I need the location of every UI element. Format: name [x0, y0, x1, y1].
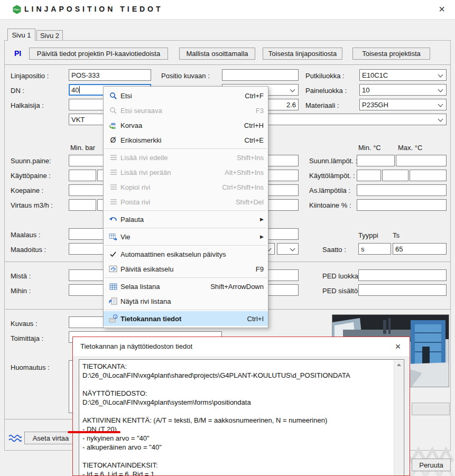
- ped-luokka-field[interactable]: [358, 269, 447, 281]
- mallista-osoittamalla-button[interactable]: Mallista osoittamalla: [179, 48, 255, 60]
- menu-item-palauta[interactable]: Palauta ▶: [104, 212, 268, 227]
- materiaali-select[interactable]: P235GH: [359, 99, 447, 110]
- linjapositio-label: Linjapositio :: [11, 72, 49, 80]
- plant-icon: Plant: [12, 5, 22, 16]
- kayttolampot-field-3[interactable]: [410, 170, 447, 181]
- ped-luokka-label: PED luokka :: [322, 272, 362, 280]
- maadoitus-select-2[interactable]: [277, 243, 299, 255]
- koepaine-label: Koepaine :: [11, 186, 43, 194]
- info-line: - Id = 6, Lid = 6, Rid = 1: [82, 470, 391, 476]
- kiintoaine-label: Kiintoaine % :: [309, 201, 351, 209]
- menu-item-paivita-esikatselu[interactable]: Päivitä esikatselu F9: [104, 262, 268, 276]
- kayttopaine-label: Käyttöpaine :: [11, 172, 51, 180]
- menu-item-poista-rivi: Poista rivi Shift+Del: [104, 194, 268, 209]
- menu-separator: [105, 228, 267, 228]
- info-line: TIETOKANTA:: [82, 362, 391, 371]
- tab-sivu-2[interactable]: Sivu 2: [36, 30, 63, 41]
- replace-icon: abac: [106, 122, 120, 129]
- refresh-preview-icon: [106, 265, 120, 273]
- virtaus-label: Virtaus m3/h :: [11, 201, 53, 209]
- menu-item-nayta-rivi-listana[interactable]: Näytä rivi listana: [104, 294, 268, 309]
- suunn-paine-label: Suunn.paine:: [11, 157, 51, 165]
- suunn-lampot-min-field[interactable]: [357, 155, 395, 166]
- row-list-icon: [106, 297, 120, 305]
- submenu-arrow-icon: ▶: [260, 234, 264, 239]
- dialog-title: Tietokannan ja näyttötiedoston tiedot: [80, 342, 192, 350]
- separator: [5, 419, 72, 419]
- info-text-area: TIETOKANTA: D:\26_0\Local\FIN\vxg4plant\…: [79, 359, 404, 476]
- info-line: D:\26_0\Local\FIN\vxg4plant\system\forms…: [82, 398, 391, 407]
- kayttolampot-field-2[interactable]: [382, 170, 408, 181]
- info-line-active-field: - DN (T 20): [82, 425, 391, 434]
- info-text-lines: TIETOKANTA: D:\26_0\Local\FIN\vxg4plant\…: [82, 362, 391, 476]
- find-next-icon: [106, 107, 120, 115]
- menu-item-selaa-listana[interactable]: Selaa listana Shift+ArrowDown: [104, 279, 268, 294]
- menu-item-lisaa-rivi-edelle: Lisää rivi edelle Shift+Ins: [104, 150, 268, 165]
- context-menu: Etsi Ctrl+F Etsi seuraava F3 abac Korvaa…: [103, 86, 268, 328]
- suunn-lampot-label: Suunn.lämpöt. :: [309, 157, 357, 165]
- info-line: [82, 452, 391, 461]
- huomautus-label: Huomautus :: [11, 363, 50, 371]
- menu-item-erikoismerkki[interactable]: Ø Erikoismerkki Ctrl+E: [104, 133, 268, 147]
- paineluokka-select[interactable]: 10: [359, 84, 447, 96]
- scrollbar[interactable]: [394, 360, 403, 475]
- menu-separator: [105, 148, 267, 149]
- materiaali-label: Materiaali :: [305, 101, 339, 109]
- menu-item-etsi[interactable]: Etsi Ctrl+F: [104, 88, 268, 103]
- menu-item-tietokannan-tiedot[interactable]: 1 Tietokannan tiedot Ctrl+I: [104, 311, 268, 326]
- menu-separator: [105, 310, 267, 310]
- info-line: NÄYTTÖTIEDOSTO:: [82, 389, 391, 398]
- linjapositio-field[interactable]: POS-333: [69, 69, 151, 81]
- kayttopaine-field-1[interactable]: [69, 170, 96, 181]
- saatto-tyyppi-field[interactable]: s: [358, 243, 391, 255]
- menu-item-lisaa-rivi-peraan: Lisää rivi perään Alt+Shift+Ins: [104, 165, 268, 180]
- toisesta-linjapositiosta-button[interactable]: Toisesta linjapositiosta: [263, 48, 342, 60]
- kiintoaine-field[interactable]: [357, 199, 447, 211]
- undo-icon: [106, 216, 120, 223]
- menu-item-vie[interactable]: Vie ▶: [104, 229, 268, 244]
- tyyppi-header: Tyyppi: [358, 231, 378, 239]
- ts-header: Ts: [393, 231, 400, 239]
- paivita-pi-button[interactable]: Päivitä tiedot projektin PI-kaaviotiedoi…: [29, 48, 168, 60]
- aseta-virtaa-button[interactable]: Aseta virtaa: [24, 432, 77, 444]
- menu-separator: [105, 245, 267, 246]
- info-line: - alkuperäinen arvo = "40": [82, 443, 391, 452]
- menu-item-automaattinen-esikatselu[interactable]: Automaattinen esikatselun päivitys: [104, 247, 268, 262]
- menu-item-korvaa[interactable]: abac Korvaa Ctrl+H: [104, 118, 268, 133]
- flow-wave-icon: [8, 433, 22, 445]
- max-c-header: Max. °C: [398, 144, 422, 152]
- tab-sivu-1[interactable]: Sivu 1: [7, 29, 35, 41]
- info-line: TIETOKANTAINDEKSIT:: [82, 461, 391, 470]
- saatto-ts-field[interactable]: 65: [393, 243, 447, 255]
- as-lampotila-field[interactable]: [357, 184, 447, 196]
- database-info-icon: 1: [106, 314, 120, 323]
- copy-row-icon: [106, 184, 120, 190]
- scroll-up-icon[interactable]: [394, 360, 403, 369]
- maalaus-label: Maalaus :: [11, 231, 40, 239]
- virtaus-field-1[interactable]: [69, 199, 96, 211]
- unlabeled-button[interactable]: [412, 403, 450, 415]
- svg-text:ac: ac: [112, 125, 116, 129]
- dialog-close-icon[interactable]: ×: [392, 340, 404, 353]
- info-line: AKTIIVINEN KENTTÄ: (A/T = teksti, B/M = …: [82, 416, 391, 425]
- dn-label: DN :: [11, 87, 24, 95]
- menu-separator: [105, 277, 267, 278]
- suunn-lampot-max-field[interactable]: [396, 155, 447, 166]
- peruuta-button[interactable]: Peruuta: [412, 459, 451, 471]
- halkaisija-label: Halkaisija :: [11, 101, 44, 109]
- ped-sisalto-field[interactable]: [358, 284, 447, 296]
- saatto-label: Saatto :: [322, 246, 346, 254]
- info-line: [82, 380, 391, 389]
- putkiluokka-label: Putkiluokka :: [305, 72, 345, 80]
- positio-kuvaan-field[interactable]: [222, 69, 299, 81]
- chevron-down-icon: [438, 117, 443, 122]
- kayttolampot-field-1[interactable]: [357, 170, 381, 181]
- chevron-down-icon: [438, 72, 443, 78]
- putkiluokka-select[interactable]: E10C1C: [359, 69, 447, 81]
- title-bar: Plant LINJAPOSITION TIEDOT ×: [0, 0, 455, 20]
- paineluokka-label: Paineluokka :: [305, 87, 347, 95]
- toisesta-projektista-button[interactable]: Toisesta projektista: [352, 48, 430, 60]
- special-char-icon: Ø: [106, 136, 120, 144]
- window-close-icon[interactable]: ×: [435, 2, 449, 16]
- ped-sisalto-label: PED sisältö :: [322, 287, 361, 295]
